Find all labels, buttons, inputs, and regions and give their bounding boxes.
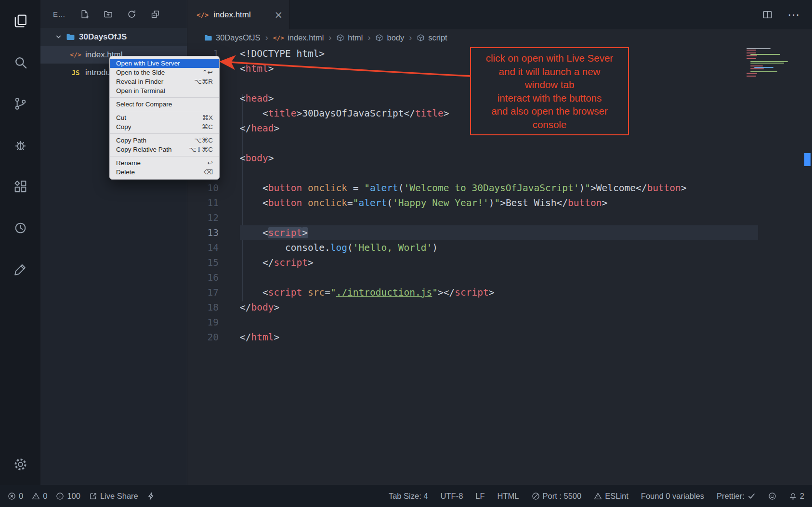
- code-token: >: [268, 153, 274, 164]
- code-line[interactable]: [240, 270, 758, 285]
- line-number[interactable]: 10: [187, 181, 219, 195]
- search-icon[interactable]: [0, 41, 40, 83]
- code-token: >: [274, 332, 279, 343]
- new-folder-icon[interactable]: [104, 10, 113, 19]
- breadcrumb-label: body: [387, 33, 404, 42]
- close-icon[interactable]: ×: [274, 9, 283, 21]
- minimap[interactable]: [747, 48, 791, 77]
- menu-item-delete[interactable]: Delete⌫: [110, 168, 219, 177]
- status-lightning[interactable]: [147, 492, 155, 500]
- code-line[interactable]: </script>: [240, 255, 758, 270]
- minimap-line: [747, 48, 771, 49]
- status-problems-errors[interactable]: 0: [8, 492, 23, 501]
- line-number[interactable]: 15: [187, 255, 219, 270]
- menu-item-cut[interactable]: Cut⌘X: [110, 113, 219, 122]
- line-number[interactable]: 16: [187, 270, 219, 285]
- status-language-mode[interactable]: HTML: [498, 492, 519, 501]
- menu-item-open-in-terminal[interactable]: Open in Terminal: [110, 86, 219, 95]
- files-icon[interactable]: [0, 0, 40, 41]
- status-eol[interactable]: LF: [475, 492, 485, 501]
- menu-item-open-to-the-side[interactable]: Open to the Side⌃↩: [110, 68, 219, 77]
- bell-icon: [789, 492, 797, 500]
- breadcrumb-item-index-html[interactable]: </>index.html: [273, 33, 324, 42]
- status-label: 2: [800, 492, 804, 501]
- menu-item-copy[interactable]: Copy⌘C: [110, 122, 219, 131]
- menu-item-label: Cut: [116, 113, 196, 122]
- status-live-server-port[interactable]: Port : 5500: [532, 492, 582, 501]
- tab-index-html[interactable]: </> index.html ×: [187, 0, 290, 29]
- pen-icon[interactable]: [0, 248, 40, 290]
- code-line[interactable]: [240, 166, 758, 181]
- code-token: title: [268, 108, 297, 119]
- more-actions[interactable]: ⋯: [787, 11, 799, 18]
- breadcrumb-separator: ›: [367, 33, 370, 43]
- status-label: 0: [19, 492, 23, 501]
- breadcrumb-item-script[interactable]: script: [417, 33, 447, 42]
- code-token: <: [240, 197, 268, 208]
- menu-item-label: Open with Live Server: [116, 59, 213, 68]
- line-number[interactable]: 14: [187, 240, 219, 255]
- share-icon: [89, 492, 97, 500]
- minimap-line: [747, 76, 756, 77]
- breadcrumb-item-html[interactable]: html: [336, 33, 363, 42]
- line-number[interactable]: 20: [187, 330, 219, 345]
- menu-item-open-with-live-server[interactable]: Open with Live Server: [110, 59, 219, 68]
- code-token: <: [240, 63, 246, 74]
- status-eslint[interactable]: ESLint: [594, 492, 629, 501]
- line-number[interactable]: 19: [187, 315, 219, 330]
- code-line[interactable]: [240, 210, 758, 225]
- source-control-icon[interactable]: [0, 83, 40, 124]
- status-notifications-bell[interactable]: 2: [789, 492, 804, 501]
- split-editor[interactable]: [762, 9, 773, 20]
- new-file-icon[interactable]: [80, 10, 89, 19]
- code-token: 'Welcome to 30DaysOfJavaScript': [404, 182, 579, 194]
- line-number[interactable]: 13: [187, 225, 219, 240]
- code-line[interactable]: <script src="./introduction.js"></script…: [240, 285, 758, 300]
- menu-item-select-for-compare[interactable]: Select for Compare: [110, 100, 219, 109]
- line-number[interactable]: 17: [187, 285, 219, 300]
- code-line[interactable]: <button onclick="alert('Happy New Year!'…: [240, 195, 758, 210]
- code-line[interactable]: </body>: [240, 300, 758, 315]
- code-line[interactable]: <button onclick = "alert('Welcome to 30D…: [240, 181, 758, 195]
- line-number[interactable]: 11: [187, 195, 219, 210]
- breadcrumb-item-30daysofjs[interactable]: 30DaysOfJS: [204, 33, 261, 42]
- code-token: onclick: [308, 182, 347, 194]
- line-number[interactable]: 12: [187, 210, 219, 225]
- code-line[interactable]: <script>: [240, 225, 758, 240]
- menu-item-rename[interactable]: Rename↩: [110, 158, 219, 168]
- menu-item-copy-path[interactable]: Copy Path⌥⌘C: [110, 136, 219, 145]
- cube-icon: [336, 34, 344, 42]
- gear-icon[interactable]: [0, 443, 40, 485]
- menu-item-reveal-in-finder[interactable]: Reveal in Finder⌥⌘R: [110, 77, 219, 86]
- extensions-icon[interactable]: [0, 166, 40, 207]
- code-line[interactable]: [240, 136, 758, 151]
- code-token: >: [268, 63, 274, 74]
- refresh-icon[interactable]: [127, 10, 136, 19]
- status-found-variables[interactable]: Found 0 variables: [641, 492, 704, 501]
- line-number[interactable]: 18: [187, 300, 219, 315]
- code-line[interactable]: </html>: [240, 330, 758, 345]
- code-token: script: [268, 287, 302, 298]
- status-live-share[interactable]: Live Share: [89, 492, 138, 501]
- code-line[interactable]: <body>: [240, 151, 758, 166]
- debug-icon[interactable]: [0, 124, 40, 166]
- status-tab-size[interactable]: Tab Size: 4: [389, 492, 428, 501]
- tab-label: index.html: [213, 10, 250, 20]
- code-token: button: [647, 182, 681, 194]
- collapse-all-icon[interactable]: [151, 10, 160, 19]
- menu-item-copy-relative-path[interactable]: Copy Relative Path⌥⇧⌘C: [110, 145, 219, 154]
- explorer-header: E…: [40, 0, 187, 28]
- code-line[interactable]: console.log('Hello, World'): [240, 240, 758, 255]
- status-feedback-smiley[interactable]: [768, 492, 776, 500]
- breadcrumb-item-body[interactable]: body: [375, 33, 404, 42]
- code-token: button: [268, 197, 302, 208]
- code-token: html: [251, 332, 274, 343]
- code-line[interactable]: [240, 315, 758, 330]
- history-icon[interactable]: [0, 207, 40, 248]
- status-encoding[interactable]: UTF-8: [441, 492, 463, 501]
- status-problems-warnings[interactable]: 0: [32, 492, 47, 501]
- folder-root-row[interactable]: 30DaysOfJS: [40, 28, 187, 46]
- status-problems-info[interactable]: 100: [56, 492, 80, 501]
- status-prettier[interactable]: Prettier:: [717, 492, 756, 501]
- code-token: 'Happy New Year!': [393, 197, 489, 208]
